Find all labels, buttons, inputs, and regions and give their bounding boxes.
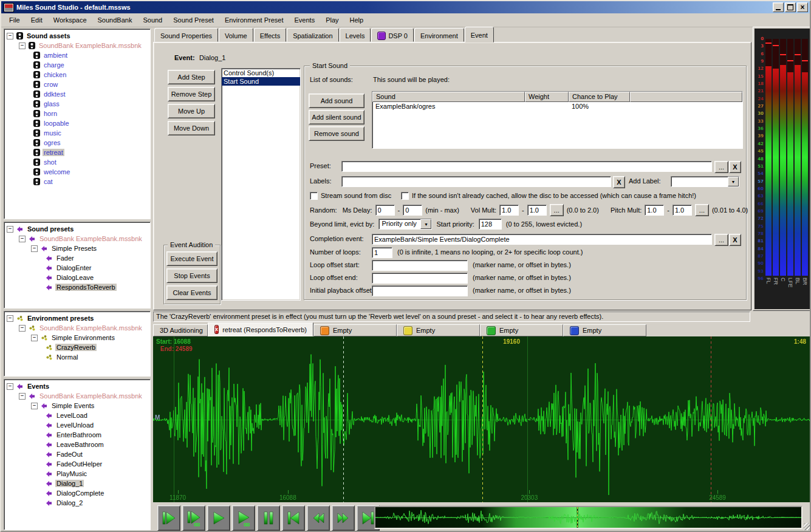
menu-workspace[interactable]: Workspace	[48, 15, 92, 25]
chevron-down-icon[interactable]: ▼	[728, 177, 739, 186]
overview-canvas[interactable]	[375, 507, 801, 528]
tab-volume[interactable]: Volume	[219, 28, 253, 42]
tree-item-cat[interactable]: cat	[43, 178, 54, 185]
tab-effects[interactable]: Effects	[254, 28, 286, 42]
column-weight[interactable]: Weight	[525, 92, 569, 102]
clear-events-button[interactable]: Clear Events	[166, 285, 217, 300]
collapse-icon[interactable]: −	[7, 315, 13, 322]
tree-item-dialog-2[interactable]: Dialog_2	[55, 499, 84, 506]
maximize-button[interactable]	[785, 2, 796, 12]
tree-group-simple-presets[interactable]: Simple Presets	[50, 245, 98, 252]
tree-item-fadeout[interactable]: FadeOut	[55, 451, 84, 458]
audition-tab-empty-3[interactable]: Empty	[480, 324, 563, 336]
tree-item-music[interactable]: music	[43, 129, 63, 137]
stream-checkbox[interactable]	[310, 192, 318, 200]
evict-by-dropdown[interactable]: Priority only▼	[378, 219, 432, 230]
tree-item-fader[interactable]: Fader	[55, 254, 75, 262]
menu-environment-preset[interactable]: Environment Preset	[219, 15, 289, 25]
audition-tab-3d[interactable]: 3D Auditioning	[153, 324, 208, 336]
labels-input[interactable]	[341, 176, 611, 187]
cell-chance[interactable]: 100%	[569, 102, 630, 111]
collapse-icon[interactable]: −	[19, 393, 26, 400]
menu-soundbank[interactable]: SoundBank	[92, 15, 138, 25]
tree-root-events[interactable]: Events	[26, 383, 50, 390]
step-forward-button[interactable]	[332, 505, 355, 531]
move-down-button[interactable]: Move Down	[168, 121, 215, 135]
resize-grip[interactable]	[804, 523, 811, 530]
tree-item-dialogleave[interactable]: DialogLeave	[55, 274, 95, 281]
ms-delay-min-input[interactable]	[375, 205, 395, 216]
execute-event-button[interactable]: Execute Event	[166, 251, 217, 266]
audition-tab-empty-4[interactable]: Empty	[563, 324, 646, 336]
tree-item-bank[interactable]: SoundBank ExampleBank.mssbnk	[38, 42, 143, 49]
preset-clear-button[interactable]: X	[729, 161, 741, 173]
menu-sound[interactable]: Sound	[137, 15, 168, 25]
completion-event-input[interactable]	[372, 234, 712, 245]
loop-play-from-start-button[interactable]	[182, 505, 205, 531]
tree-group-simple-environments[interactable]: Simple Environments	[50, 334, 116, 341]
cache-checkbox[interactable]	[401, 192, 409, 200]
tab-event[interactable]: Event	[465, 27, 494, 43]
audition-tab-retreat[interactable]: xretreat (RespondsToReverb)	[208, 322, 313, 336]
waveform-overview[interactable]	[374, 506, 802, 529]
stream-checkbox-label[interactable]: Stream sound from disc	[321, 192, 391, 199]
preset-input[interactable]	[341, 161, 712, 172]
tree-root-environment-presets[interactable]: Environment presets	[26, 315, 95, 322]
tree-item-playmusic[interactable]: PlayMusic	[55, 470, 88, 477]
menu-events[interactable]: Events	[289, 15, 321, 25]
column-sound[interactable]: Sound	[372, 92, 525, 102]
menu-file[interactable]: File	[4, 15, 26, 25]
tree-item-levelunload[interactable]: LevelUnload	[55, 421, 95, 429]
move-up-button[interactable]: Move Up	[168, 104, 215, 118]
event-step-list[interactable]: Control Sound(s) Start Sound	[221, 68, 301, 301]
vol-mult-min-input[interactable]	[499, 205, 519, 216]
column-chance-to-play[interactable]: Chance to Play	[569, 92, 630, 102]
remove-sound-button[interactable]: Remove sound	[309, 126, 364, 141]
tree-item-fadeouthelper[interactable]: FadeOutHelper	[55, 460, 103, 468]
labels-clear-button[interactable]: X	[613, 176, 625, 188]
step-back-button[interactable]	[307, 505, 330, 531]
step-control-sounds[interactable]: Control Sound(s)	[222, 69, 300, 77]
tab-dsp-0[interactable]: DSP 0	[371, 28, 414, 42]
tree-item-retreat[interactable]: retreat	[43, 149, 64, 156]
collapse-icon[interactable]: −	[19, 325, 26, 332]
initial-playback-offset-input[interactable]	[372, 285, 468, 296]
slot-red-icon[interactable]: x	[214, 325, 219, 334]
collapse-icon[interactable]: −	[31, 403, 38, 409]
tree-item-dialog-1[interactable]: Dialog_1	[55, 480, 84, 487]
stop-events-button[interactable]: Stop Events	[166, 268, 217, 283]
tree-item-dialogenter[interactable]: DialogEnter	[55, 264, 92, 271]
tree-item-normal[interactable]: Normal	[55, 353, 79, 361]
remove-step-button[interactable]: Remove Step	[168, 87, 215, 101]
add-label-dropdown[interactable]: ▼	[671, 176, 739, 187]
tree-item-ogres[interactable]: ogres	[43, 139, 62, 146]
menu-sound-preset[interactable]: Sound Preset	[168, 15, 219, 25]
tree-item-glass[interactable]: glass	[43, 100, 61, 107]
tree-item-ddktest[interactable]: ddktest	[43, 90, 66, 98]
menu-help[interactable]: Help	[344, 15, 369, 25]
add-step-button[interactable]: Add Step	[168, 70, 215, 84]
table-row[interactable]: ExampleBank/ogres 100%	[372, 102, 742, 111]
preset-browse-button[interactable]: ...	[714, 161, 728, 173]
tree-item-bank[interactable]: SoundBank ExampleBank.mssbnk	[38, 324, 143, 332]
tree-item-loopable[interactable]: loopable	[43, 120, 70, 127]
audition-tab-empty-1[interactable]: Empty	[313, 324, 397, 336]
tab-sound-properties[interactable]: Sound Properties	[154, 28, 218, 42]
tree-item-crow[interactable]: crow	[43, 81, 59, 88]
menu-play[interactable]: Play	[320, 15, 344, 25]
loop-offset-start-input[interactable]	[372, 260, 468, 271]
menu-edit[interactable]: Edit	[26, 15, 48, 25]
ms-delay-max-input[interactable]	[403, 205, 422, 216]
tree-item-leavebathroom[interactable]: LeaveBathroom	[55, 441, 105, 448]
waveform-display[interactable]: Start: 16088 End: 24589 19160 1:48 M 118…	[153, 336, 811, 502]
tree-item-charge[interactable]: charge	[43, 61, 66, 69]
collapse-icon[interactable]: −	[7, 226, 13, 233]
collapse-icon[interactable]: −	[7, 383, 13, 390]
collapse-icon[interactable]: −	[31, 245, 38, 252]
vol-mult-max-input[interactable]	[527, 205, 547, 216]
add-silent-sound-button[interactable]: Add silent sound	[309, 110, 364, 124]
start-priority-input[interactable]	[479, 219, 502, 230]
sound-table[interactable]: Sound Weight Chance to Play ExampleBank/…	[372, 91, 743, 149]
completion-clear-button[interactable]: X	[729, 234, 741, 246]
go-to-start-button[interactable]	[282, 505, 305, 531]
